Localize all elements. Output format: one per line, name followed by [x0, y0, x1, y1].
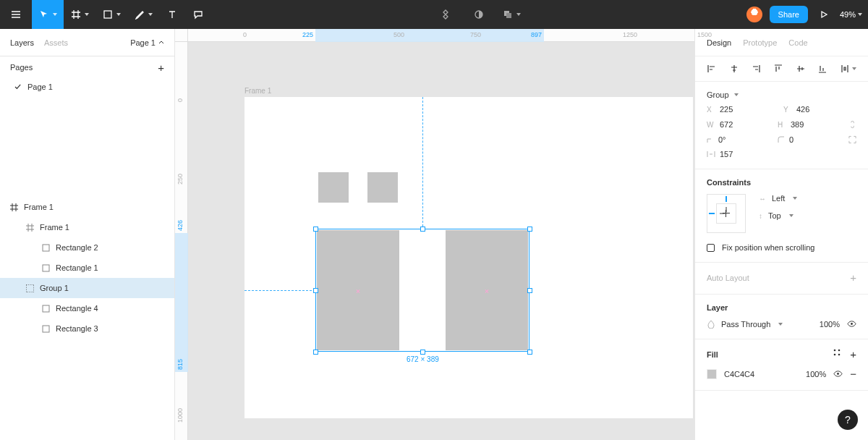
layer-frame[interactable]: Frame 1	[0, 197, 174, 217]
tab-layers[interactable]: Layers	[10, 38, 34, 47]
constraints-widget[interactable]	[707, 194, 746, 233]
visibility-icon[interactable]	[847, 319, 856, 329]
selection-handle[interactable]	[313, 350, 318, 355]
align-vcenter-icon[interactable]	[796, 64, 806, 74]
comment-tool-button[interactable]	[185, 0, 211, 29]
svg-rect-4	[43, 245, 49, 251]
components-icon[interactable]	[433, 0, 459, 29]
fill-styles-icon[interactable]	[833, 348, 841, 357]
blend-mode-dropdown[interactable]: Pass Through	[707, 320, 783, 329]
tab-prototype[interactable]: Prototype	[743, 38, 777, 47]
selection-handle[interactable]	[527, 227, 532, 232]
constraint-horizontal-dropdown[interactable]: ↔Left	[759, 194, 797, 203]
zoom-dropdown[interactable]: 49%	[840, 10, 862, 19]
alignment-tools	[695, 56, 868, 82]
layer-rect[interactable]: Rectangle 4	[0, 298, 174, 318]
fill-hex[interactable]: C4C4C4	[724, 370, 754, 378]
fill-opacity[interactable]: 100%	[806, 370, 826, 378]
add-page-button[interactable]: +	[158, 62, 164, 74]
pen-tool-button[interactable]	[127, 0, 159, 29]
selection-handle[interactable]	[313, 227, 318, 232]
ruler-tick: 0	[243, 31, 247, 38]
frame-label[interactable]: Frame 1	[244, 87, 271, 95]
mask-icon[interactable]	[466, 0, 492, 29]
layer-opacity[interactable]: 100%	[820, 320, 840, 329]
fix-scroll-checkbox[interactable]	[707, 244, 715, 252]
selection-handle[interactable]	[420, 350, 425, 355]
selection-handle[interactable]	[420, 227, 425, 232]
selection-box[interactable]	[315, 229, 529, 352]
chevron-up-icon	[158, 40, 164, 46]
tab-code[interactable]: Code	[788, 38, 807, 47]
tab-design[interactable]: Design	[707, 38, 731, 47]
rotation-value[interactable]: 0°	[718, 135, 762, 144]
constraint-vertical-dropdown[interactable]: ↕Top	[759, 211, 797, 220]
pages-section-title: Pages	[10, 63, 33, 72]
layer-rect[interactable]: Rectangle 1	[0, 258, 174, 278]
fill-swatch[interactable]	[707, 369, 717, 379]
text-tool-button[interactable]	[159, 0, 185, 29]
selection-handle[interactable]	[527, 288, 532, 293]
frame-tool-button[interactable]	[64, 0, 95, 29]
h-value[interactable]: 389	[791, 120, 834, 129]
blend-icon	[707, 320, 715, 329]
user-avatar[interactable]	[746, 7, 762, 22]
main-menu-button[interactable]	[0, 0, 32, 29]
align-hcenter-icon[interactable]	[729, 64, 739, 74]
frame-icon	[26, 224, 34, 232]
independent-corners-icon[interactable]	[848, 135, 856, 144]
align-top-icon[interactable]	[773, 64, 783, 74]
boolean-ops-button[interactable]	[499, 0, 525, 29]
add-fill-button[interactable]: +	[850, 348, 856, 360]
move-tool-button[interactable]	[32, 0, 64, 29]
gap-value[interactable]: 157	[720, 150, 763, 158]
ruler-corner	[175, 29, 188, 42]
distribute-button[interactable]	[840, 64, 856, 74]
page-row[interactable]: Page 1	[0, 78, 174, 96]
align-left-icon[interactable]	[707, 64, 717, 74]
add-autolayout-button[interactable]: +	[850, 271, 856, 284]
layer-group[interactable]: Group 1	[0, 278, 174, 298]
object-type-dropdown[interactable]: Group	[707, 90, 856, 99]
ruler-tick: 0	[176, 98, 184, 102]
x-value[interactable]: 225	[720, 105, 763, 114]
ruler-tick: 250	[176, 174, 184, 185]
alignment-guide	[422, 97, 423, 230]
share-button[interactable]: Share	[770, 6, 808, 23]
canvas[interactable]: 022550075089712501500 02504268151000 Fra…	[175, 29, 694, 440]
object-type-label: Group	[707, 90, 729, 99]
fix-scroll-label: Fix position when scrolling	[722, 243, 814, 252]
w-value[interactable]: 672	[720, 120, 763, 129]
ruler-tick: 750	[470, 31, 481, 38]
page-indicator-label: Page 1	[130, 38, 156, 47]
selection-handle[interactable]	[313, 288, 318, 293]
visibility-icon[interactable]	[833, 369, 843, 378]
group-icon	[26, 284, 34, 292]
layer-rect[interactable]: Rectangle 3	[0, 318, 174, 339]
chevron-down-icon	[53, 13, 57, 16]
rectangle-small-1[interactable]	[318, 172, 349, 203]
selection-dimensions: 672 × 389	[404, 355, 442, 364]
link-dimensions-icon[interactable]	[848, 119, 856, 130]
align-right-icon[interactable]	[751, 64, 761, 74]
selection-handle[interactable]	[527, 350, 532, 355]
radius-value[interactable]: 0	[789, 135, 833, 144]
chevron-down-icon	[793, 197, 797, 200]
svg-point-12	[834, 354, 836, 356]
fill-section-title: Fill	[707, 350, 718, 359]
layer-frame[interactable]: Frame 1	[0, 217, 174, 237]
remove-fill-button[interactable]: −	[850, 368, 856, 380]
y-value[interactable]: 426	[796, 105, 840, 114]
align-bottom-icon[interactable]	[817, 64, 827, 74]
rectangle-small-2[interactable]	[367, 172, 398, 203]
alignment-guide	[244, 290, 315, 291]
page-dropdown[interactable]: Page 1	[130, 38, 164, 47]
present-button[interactable]	[815, 0, 833, 29]
chevron-down-icon	[778, 323, 783, 326]
layer-rect[interactable]: Rectangle 2	[0, 237, 174, 258]
tab-assets[interactable]: Assets	[44, 38, 68, 47]
page-name: Page 1	[27, 82, 53, 91]
help-button[interactable]: ?	[838, 410, 858, 430]
svg-point-10	[834, 350, 836, 352]
shape-tool-button[interactable]	[95, 0, 127, 29]
